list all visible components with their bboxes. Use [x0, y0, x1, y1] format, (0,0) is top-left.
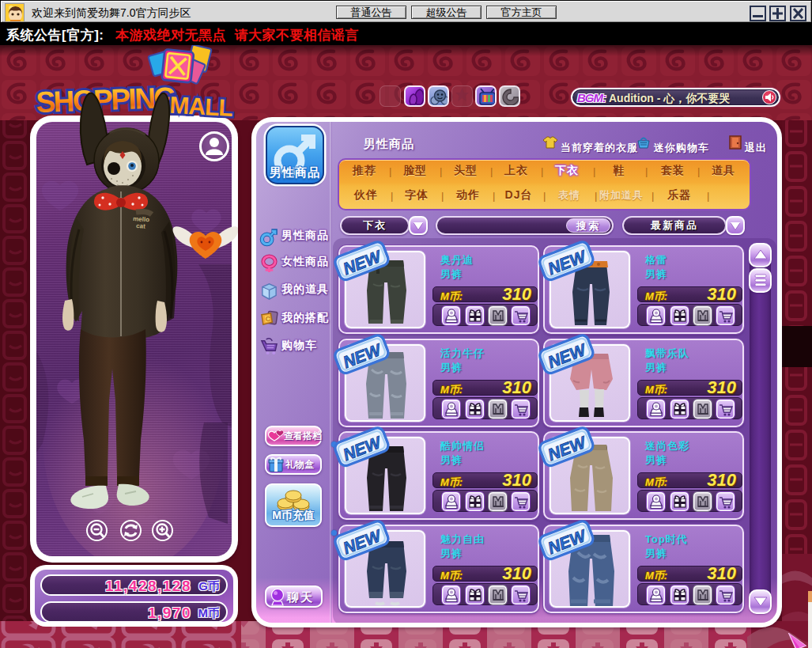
- svg-text:SHOPPING: SHOPPING: [36, 81, 176, 119]
- svg-text:C: C: [266, 315, 270, 323]
- svg-text:MALL: MALL: [169, 92, 234, 120]
